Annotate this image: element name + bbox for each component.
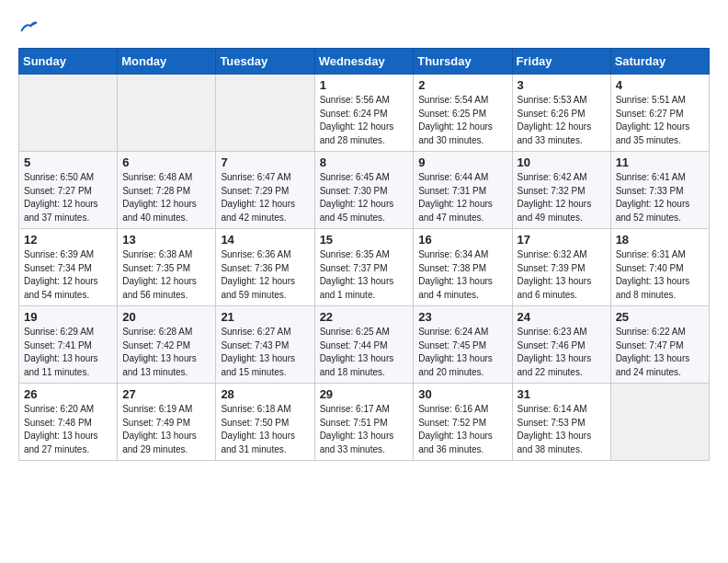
col-header-sunday: Sunday xyxy=(19,49,118,75)
day-number: 7 xyxy=(221,155,309,169)
day-number: 28 xyxy=(221,387,309,401)
calendar-cell: 22Sunrise: 6:25 AM Sunset: 7:44 PM Dayli… xyxy=(314,306,414,384)
day-number: 3 xyxy=(518,78,606,92)
calendar-cell: 23Sunrise: 6:24 AM Sunset: 7:45 PM Dayli… xyxy=(414,306,512,384)
col-header-monday: Monday xyxy=(118,49,216,75)
day-number: 10 xyxy=(518,155,606,169)
day-info: Sunrise: 6:35 AM Sunset: 7:37 PM Dayligh… xyxy=(320,248,409,302)
day-number: 8 xyxy=(320,155,409,169)
calendar-cell: 14Sunrise: 6:36 AM Sunset: 7:36 PM Dayli… xyxy=(216,229,314,306)
col-header-saturday: Saturday xyxy=(610,49,709,75)
day-info: Sunrise: 6:18 AM Sunset: 7:50 PM Dayligh… xyxy=(221,403,309,456)
week-row-3: 12Sunrise: 6:39 AM Sunset: 7:34 PM Dayli… xyxy=(19,229,710,306)
week-row-4: 19Sunrise: 6:29 AM Sunset: 7:41 PM Dayli… xyxy=(19,306,710,384)
day-info: Sunrise: 6:47 AM Sunset: 7:29 PM Dayligh… xyxy=(221,171,309,224)
day-info: Sunrise: 6:36 AM Sunset: 7:36 PM Dayligh… xyxy=(221,248,309,302)
day-number: 12 xyxy=(24,233,112,247)
logo-text xyxy=(18,15,37,37)
day-number: 18 xyxy=(616,233,704,247)
day-info: Sunrise: 5:54 AM Sunset: 6:25 PM Dayligh… xyxy=(418,94,506,147)
day-number: 6 xyxy=(122,155,210,169)
calendar-cell: 24Sunrise: 6:23 AM Sunset: 7:46 PM Dayli… xyxy=(512,306,610,384)
calendar-cell: 27Sunrise: 6:19 AM Sunset: 7:49 PM Dayli… xyxy=(118,384,216,461)
day-info: Sunrise: 6:41 AM Sunset: 7:33 PM Dayligh… xyxy=(616,171,704,224)
day-info: Sunrise: 6:20 AM Sunset: 7:48 PM Dayligh… xyxy=(24,403,112,456)
day-info: Sunrise: 6:24 AM Sunset: 7:45 PM Dayligh… xyxy=(418,326,506,379)
col-header-thursday: Thursday xyxy=(414,49,512,75)
day-info: Sunrise: 6:16 AM Sunset: 7:52 PM Dayligh… xyxy=(418,403,506,456)
logo-bird-icon xyxy=(20,21,37,32)
day-number: 9 xyxy=(418,155,506,169)
calendar-cell: 19Sunrise: 6:29 AM Sunset: 7:41 PM Dayli… xyxy=(19,306,118,384)
calendar-header-row: SundayMondayTuesdayWednesdayThursdayFrid… xyxy=(19,49,710,75)
day-info: Sunrise: 6:50 AM Sunset: 7:27 PM Dayligh… xyxy=(24,171,112,224)
day-info: Sunrise: 6:45 AM Sunset: 7:30 PM Dayligh… xyxy=(320,171,409,224)
day-number: 16 xyxy=(418,233,506,247)
day-info: Sunrise: 6:17 AM Sunset: 7:51 PM Dayligh… xyxy=(320,403,409,456)
calendar-cell: 9Sunrise: 6:44 AM Sunset: 7:31 PM Daylig… xyxy=(414,152,512,229)
day-info: Sunrise: 6:38 AM Sunset: 7:35 PM Dayligh… xyxy=(122,248,210,302)
day-number: 1 xyxy=(320,78,409,92)
day-info: Sunrise: 6:22 AM Sunset: 7:47 PM Dayligh… xyxy=(616,326,704,379)
calendar-cell: 17Sunrise: 6:32 AM Sunset: 7:39 PM Dayli… xyxy=(512,229,610,306)
day-info: Sunrise: 6:44 AM Sunset: 7:31 PM Dayligh… xyxy=(418,171,506,224)
calendar-cell: 28Sunrise: 6:18 AM Sunset: 7:50 PM Dayli… xyxy=(216,384,314,461)
calendar-cell: 6Sunrise: 6:48 AM Sunset: 7:28 PM Daylig… xyxy=(118,152,216,229)
page: SundayMondayTuesdayWednesdayThursdayFrid… xyxy=(0,0,728,479)
day-info: Sunrise: 6:19 AM Sunset: 7:49 PM Dayligh… xyxy=(122,403,210,456)
day-number: 20 xyxy=(122,310,210,324)
header xyxy=(18,15,710,37)
day-number: 21 xyxy=(221,310,309,324)
day-number: 15 xyxy=(320,233,409,247)
day-number: 30 xyxy=(418,387,506,401)
day-number: 13 xyxy=(122,233,210,247)
col-header-friday: Friday xyxy=(512,49,610,75)
calendar-cell: 4Sunrise: 5:51 AM Sunset: 6:27 PM Daylig… xyxy=(610,75,709,152)
calendar-cell: 18Sunrise: 6:31 AM Sunset: 7:40 PM Dayli… xyxy=(610,229,709,306)
calendar-cell: 2Sunrise: 5:54 AM Sunset: 6:25 PM Daylig… xyxy=(414,75,512,152)
day-number: 23 xyxy=(418,310,506,324)
day-info: Sunrise: 6:25 AM Sunset: 7:44 PM Dayligh… xyxy=(320,326,409,379)
calendar-cell xyxy=(216,75,314,152)
calendar-cell: 13Sunrise: 6:38 AM Sunset: 7:35 PM Dayli… xyxy=(118,229,216,306)
day-info: Sunrise: 6:14 AM Sunset: 7:53 PM Dayligh… xyxy=(518,403,606,456)
day-info: Sunrise: 6:29 AM Sunset: 7:41 PM Dayligh… xyxy=(24,326,112,379)
logo xyxy=(18,15,37,37)
day-info: Sunrise: 6:32 AM Sunset: 7:39 PM Dayligh… xyxy=(518,248,606,302)
day-number: 17 xyxy=(518,233,606,247)
day-number: 24 xyxy=(518,310,606,324)
calendar-cell: 5Sunrise: 6:50 AM Sunset: 7:27 PM Daylig… xyxy=(19,152,118,229)
calendar-cell: 26Sunrise: 6:20 AM Sunset: 7:48 PM Dayli… xyxy=(19,384,118,461)
week-row-2: 5Sunrise: 6:50 AM Sunset: 7:27 PM Daylig… xyxy=(19,152,710,229)
col-header-wednesday: Wednesday xyxy=(314,49,414,75)
calendar-cell xyxy=(118,75,216,152)
day-info: Sunrise: 6:27 AM Sunset: 7:43 PM Dayligh… xyxy=(221,326,309,379)
day-number: 5 xyxy=(24,155,112,169)
calendar: SundayMondayTuesdayWednesdayThursdayFrid… xyxy=(18,48,710,461)
day-info: Sunrise: 6:42 AM Sunset: 7:32 PM Dayligh… xyxy=(518,171,606,224)
day-number: 26 xyxy=(24,387,112,401)
calendar-cell: 1Sunrise: 5:56 AM Sunset: 6:24 PM Daylig… xyxy=(314,75,414,152)
calendar-cell: 20Sunrise: 6:28 AM Sunset: 7:42 PM Dayli… xyxy=(118,306,216,384)
calendar-cell xyxy=(19,75,118,152)
calendar-cell: 21Sunrise: 6:27 AM Sunset: 7:43 PM Dayli… xyxy=(216,306,314,384)
calendar-cell: 25Sunrise: 6:22 AM Sunset: 7:47 PM Dayli… xyxy=(610,306,709,384)
day-info: Sunrise: 5:51 AM Sunset: 6:27 PM Dayligh… xyxy=(616,94,704,147)
day-number: 25 xyxy=(616,310,704,324)
calendar-cell: 10Sunrise: 6:42 AM Sunset: 7:32 PM Dayli… xyxy=(512,152,610,229)
calendar-cell: 16Sunrise: 6:34 AM Sunset: 7:38 PM Dayli… xyxy=(414,229,512,306)
day-info: Sunrise: 5:56 AM Sunset: 6:24 PM Dayligh… xyxy=(320,94,409,147)
day-info: Sunrise: 6:31 AM Sunset: 7:40 PM Dayligh… xyxy=(616,248,704,302)
calendar-cell: 30Sunrise: 6:16 AM Sunset: 7:52 PM Dayli… xyxy=(414,384,512,461)
calendar-cell: 7Sunrise: 6:47 AM Sunset: 7:29 PM Daylig… xyxy=(216,152,314,229)
day-number: 14 xyxy=(221,233,309,247)
day-info: Sunrise: 6:48 AM Sunset: 7:28 PM Dayligh… xyxy=(122,171,210,224)
calendar-cell xyxy=(610,384,709,461)
day-info: Sunrise: 6:23 AM Sunset: 7:46 PM Dayligh… xyxy=(518,326,606,379)
day-number: 4 xyxy=(616,78,704,92)
calendar-cell: 12Sunrise: 6:39 AM Sunset: 7:34 PM Dayli… xyxy=(19,229,118,306)
col-header-tuesday: Tuesday xyxy=(216,49,314,75)
calendar-cell: 29Sunrise: 6:17 AM Sunset: 7:51 PM Dayli… xyxy=(314,384,414,461)
day-info: Sunrise: 6:28 AM Sunset: 7:42 PM Dayligh… xyxy=(122,326,210,379)
calendar-cell: 8Sunrise: 6:45 AM Sunset: 7:30 PM Daylig… xyxy=(314,152,414,229)
